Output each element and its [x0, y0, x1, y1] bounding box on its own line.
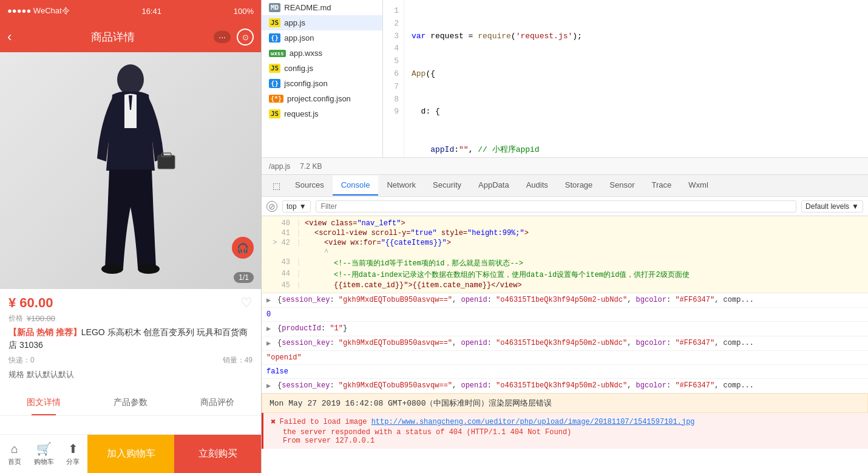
log-text: {session_key: "gkh9MxdEQTobuB950asvqw=="… [277, 381, 863, 390]
code-editor: 123456789 var request = require('request… [383, 0, 868, 157]
code-line-45: 45 | {{item.cate_id}}">{{item.cate_name}… [262, 281, 868, 290]
line-content: <scroll-view scroll-y="true" style="heig… [302, 229, 868, 237]
log-text: false [266, 367, 863, 376]
phone-container: ●●●●● WeChat令 16:41 100% ‹ 商品详情 ··· ⊙ [0, 0, 261, 473]
log-text: {session_key: "gkh9MxdEQTobuB950asvqw=="… [277, 339, 863, 347]
line-pipe: | [295, 229, 302, 237]
line-content: <view class="nav_left"> [302, 219, 868, 228]
tab-trace[interactable]: Trace [643, 175, 680, 196]
price-row: ¥ 60.00 ♡ [8, 295, 253, 311]
file-icon-json2: {} [269, 79, 280, 88]
tab-sensor[interactable]: Sensor [601, 175, 643, 196]
sales-text: 销量：49 [223, 355, 253, 366]
console-log-entry-7: ▶ {session_key: "gkh9MxdEQTobuB950asvqw=… [262, 379, 868, 393]
file-icon-js2: JS [269, 64, 280, 73]
cart-nav-item[interactable]: 🛒 购物车 [29, 438, 58, 470]
line-pipe [295, 248, 302, 257]
expand-arrow[interactable]: ▶ [266, 324, 275, 333]
file-jsconfigjson[interactable]: {} jsconfig.json [262, 76, 382, 91]
devtools-panel: MD README.md JS app.js {} app.json wxss … [261, 0, 868, 473]
tab-network[interactable]: Network [378, 175, 424, 196]
level-dropdown-icon: ▼ [852, 202, 859, 211]
file-sidebar: MD README.md JS app.js {} app.json wxss … [262, 0, 383, 157]
file-name: app.json [284, 33, 314, 43]
line-num [262, 248, 295, 257]
tab-security[interactable]: Security [424, 175, 470, 196]
product-info: ¥ 60.00 ♡ 价格 ¥100.00 【新品 热销 推荐】LEGO 乐高积木… [0, 289, 261, 387]
line-pipe: | [295, 258, 302, 268]
expand-arrow[interactable]: ▶ [266, 381, 275, 390]
file-name: README.md [284, 3, 331, 12]
tab-sources[interactable]: Sources [287, 175, 333, 196]
file-readme[interactable]: MD README.md [262, 0, 382, 15]
clear-console-button[interactable]: ⊘ [266, 201, 277, 212]
file-configjs[interactable]: JS config.js [262, 61, 382, 76]
home-nav-item[interactable]: ⌂ 首页 [0, 438, 29, 470]
file-name: request.js [284, 109, 318, 118]
line-pipe: | [295, 270, 302, 280]
nav-title: 商品详情 [91, 30, 135, 44]
file-icon-wxss: wxss [269, 50, 286, 57]
console-log-entry-4: ▶ {session_key: "gkh9MxdEQTobuB950asvqw=… [262, 336, 868, 351]
tab-console[interactable]: Console [333, 175, 379, 196]
expand-arrow[interactable]: ▶ [266, 339, 275, 348]
image-counter: 1/1 [234, 272, 254, 283]
tab-image-detail[interactable]: 图文详情 [0, 390, 87, 415]
expand-arrow[interactable]: ▶ [266, 296, 275, 305]
file-icon-js3: JS [269, 109, 280, 118]
caret-indicator: ^ [302, 248, 868, 257]
line-pipe: | [295, 281, 302, 290]
error-detail-1: the server responded with a status of 40… [271, 428, 861, 437]
file-size: 7.2 KB [300, 162, 322, 171]
buy-now-button[interactable]: 立刻购买 [174, 435, 261, 473]
context-label: top [287, 202, 297, 211]
log-text: {productId: "1"} [277, 324, 863, 333]
tab-reviews[interactable]: 商品评价 [174, 390, 261, 415]
share-nav-item[interactable]: ⬆ 分享 [58, 438, 87, 470]
share-icon: ⬆ [68, 441, 78, 456]
code-lines: 123456789 var request = require('request… [383, 0, 868, 157]
devtools-top: MD README.md JS app.js {} app.json wxss … [262, 0, 868, 158]
tab-storage[interactable]: Storage [557, 175, 602, 196]
context-selector[interactable]: top ▼ [282, 200, 311, 213]
devtools-tabs: ⬚ Sources Console Network Security AppDa… [262, 175, 868, 197]
log-text: "openid" [266, 353, 863, 362]
code-line-44: 44 | <!--用data-index记录这个数据在数组的下标位置，使用dat… [262, 269, 868, 281]
product-title: 【新品 热销 推荐】LEGO 乐高积木 创意百变系列 玩具和百货商店 31036 [8, 326, 253, 352]
nav-dots-button[interactable]: ··· [214, 31, 231, 43]
file-name: project.config.json [287, 94, 351, 103]
carrier-text: ●●●●● WeChat令 [7, 5, 70, 16]
log-level-selector[interactable]: Default levels ▼ [801, 200, 863, 213]
tab-audits[interactable]: Audits [518, 175, 557, 196]
audio-button[interactable]: 🎧 [232, 237, 254, 259]
file-appwxss[interactable]: wxss app.wxss [262, 46, 382, 61]
line-content: <view wx:for="{{cateItems}}"> [302, 239, 868, 247]
back-button[interactable]: ‹ [7, 29, 12, 45]
file-requestjs[interactable]: JS request.js [262, 106, 382, 121]
console-filter-input[interactable] [316, 200, 796, 213]
product-meta: 快递：0 销量：49 [8, 355, 253, 366]
file-projectconfig[interactable]: {*} project.config.json [262, 91, 382, 106]
console-log-entry-3: ▶ {productId: "1"} [262, 322, 868, 336]
error-main-text: Failed to load image http://www.shangche… [279, 418, 694, 426]
tab-wxml[interactable]: Wxml [680, 175, 717, 196]
svg-rect-1 [158, 155, 175, 169]
add-to-cart-button[interactable]: 加入购物车 [87, 435, 174, 473]
context-dropdown-icon: ▼ [299, 202, 307, 211]
wish-button[interactable]: ♡ [240, 295, 253, 311]
product-spec[interactable]: 规格 默认默认默认 [8, 369, 253, 380]
error-detail-2: From server 127.0.0.1 [271, 437, 861, 445]
tab-product-params[interactable]: 产品参数 [87, 390, 174, 415]
tab-appdata[interactable]: AppData [470, 175, 518, 196]
product-image-area: 1/1 🎧 [0, 52, 261, 289]
file-name: config.js [284, 64, 313, 73]
person-silhouette [76, 61, 185, 280]
file-appjson[interactable]: {} app.json [262, 30, 382, 46]
console-output: 40 | <view class="nav_left"> 41 | <scrol… [262, 216, 868, 473]
file-appjs[interactable]: JS app.js [262, 15, 382, 30]
price-label-text: 价格 [8, 313, 23, 324]
inspect-icon[interactable]: ⬚ [266, 176, 287, 196]
nav-target-button[interactable]: ⊙ [237, 29, 254, 46]
error-link[interactable]: http://www.shangcheng.com/ueditor/php/up… [371, 418, 695, 426]
console-code-block: 40 | <view class="nav_left"> 41 | <scrol… [262, 216, 868, 293]
